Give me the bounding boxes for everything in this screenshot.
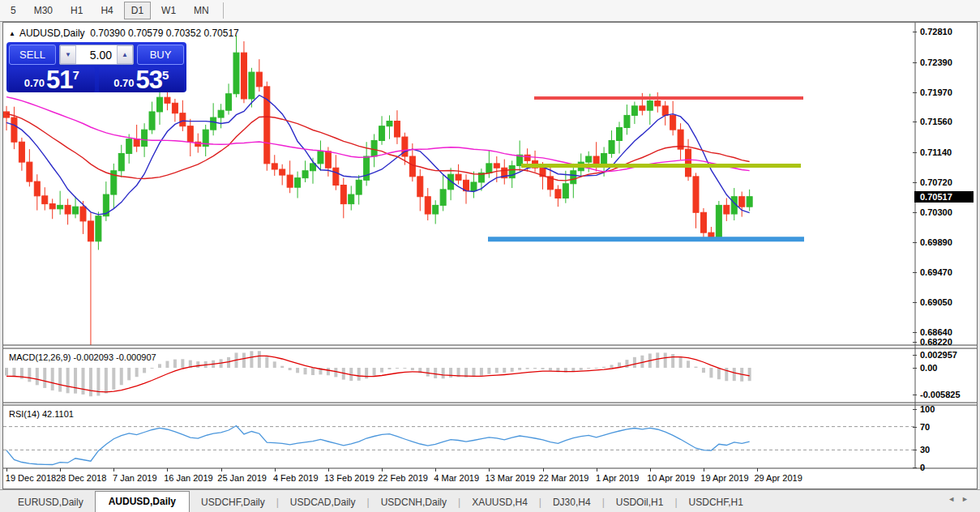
scale-label: 0	[920, 463, 925, 472]
scale-label: 0.68640	[920, 327, 952, 337]
timeframe-button-h4[interactable]: H4	[93, 2, 120, 19]
scale-tick	[913, 32, 917, 32]
buy-price-prefix: 0.70	[113, 75, 134, 92]
time-tick	[704, 468, 704, 471]
macd-label: MACD(12,26,9) -0.002093 -0.000907	[9, 352, 156, 362]
time-label: 22 Feb 2019	[378, 473, 428, 483]
time-tick	[328, 468, 329, 471]
time-tick	[275, 468, 276, 471]
rsi-label: RSI(14) 42.1101	[9, 409, 74, 419]
volume-value[interactable]: 5.00	[76, 45, 117, 64]
sell-price-pip: 7	[72, 70, 79, 81]
time-label: 4 Mar 2019	[434, 473, 479, 483]
time-tick	[543, 468, 544, 471]
scale-tick	[913, 182, 917, 183]
buy-price-big: 53	[135, 69, 161, 92]
timeframe-button-5[interactable]: 5	[3, 2, 24, 19]
timeframe-toolbar: 5M30H1H4D1W1MN	[0, 0, 980, 22]
scale-tick	[913, 450, 917, 450]
scale-label: 0.72390	[920, 58, 952, 67]
scale-label: 0.71140	[920, 147, 952, 157]
tab-usdchf-daily[interactable]: USDCHF,Daily	[190, 493, 276, 512]
chart-plot-area[interactable]: ▲AUDUSD,Daily 0.70390 0.70579 0.70352 0.…	[3, 23, 977, 489]
tab-dj30-h4[interactable]: DJ30,H4	[541, 493, 602, 512]
scale-label: 0.002957	[920, 350, 957, 360]
tab-audusd-daily[interactable]: AUDUSD,Daily	[95, 491, 190, 512]
time-label: 10 Apr 2019	[647, 473, 695, 483]
scale-tick	[913, 122, 917, 122]
chart-symbol-title: ▲AUDUSD,Daily 0.70390 0.70579 0.70352 0.…	[9, 28, 239, 39]
tab-scroll-arrows[interactable]: ◄►	[948, 495, 975, 503]
time-tick	[489, 468, 490, 471]
sell-price-prefix: 0.70	[24, 75, 45, 92]
time-label: 13 Mar 2019	[485, 473, 535, 483]
tab-eurusd-daily[interactable]: EURUSD,Daily	[6, 493, 95, 512]
arrow-right-icon[interactable]: ►	[961, 495, 975, 503]
rsi-value: 42.1101	[42, 409, 74, 419]
tab-usdcnh-daily[interactable]: USDCNH,Daily	[370, 493, 458, 512]
tab-usdcad-daily[interactable]: USDCAD,Daily	[279, 493, 367, 512]
time-label: 1 Apr 2019	[596, 473, 639, 483]
scale-label: 0.70720	[920, 177, 952, 187]
tab-usdoil-h1[interactable]: USDOil,H1	[605, 493, 675, 512]
scale-tick	[913, 272, 917, 273]
triangle-up-icon: ▲	[9, 30, 15, 37]
symbol-label: AUDUSD,Daily	[19, 28, 85, 39]
scale-tick	[913, 409, 917, 410]
scale-tick	[913, 355, 917, 356]
time-label: 4 Feb 2019	[273, 473, 319, 483]
time-tick	[6, 468, 7, 471]
sell-button[interactable]: SELL	[9, 45, 56, 65]
buy-price-pip: 5	[162, 70, 169, 81]
scale-tick	[913, 212, 917, 213]
toolbar-separator	[223, 2, 224, 19]
timeframe-button-m30[interactable]: M30	[27, 2, 60, 19]
time-label: 22 Mar 2019	[539, 473, 589, 483]
scale-tick	[913, 368, 917, 369]
scale-label: 0.71560	[920, 117, 952, 126]
time-tick	[221, 468, 222, 471]
timeframe-button-h1[interactable]: H1	[63, 2, 90, 19]
buy-price-box[interactable]: 0.70535	[99, 67, 185, 92]
time-tick	[757, 468, 758, 471]
scale-tick	[913, 302, 917, 303]
sell-price-box[interactable]: 0.70517	[9, 67, 95, 92]
scale-label: 0.71970	[920, 87, 952, 97]
timeframe-button-d1[interactable]: D1	[124, 2, 151, 19]
time-label: 7 Jan 2019	[113, 473, 156, 483]
scale-tick	[913, 242, 917, 243]
time-tick	[435, 468, 436, 471]
scale-tick	[913, 152, 917, 153]
one-click-trade-panel: SELL ▼ 5.00 ▲ BUY 0.70517 0.70535	[6, 42, 186, 92]
scale-label: -0.005825	[920, 390, 961, 399]
timeframe-button-w1[interactable]: W1	[154, 2, 183, 19]
volume-decrease-button[interactable]: ▼	[60, 45, 76, 64]
chart-tab-bar: EURUSD,DailyAUDUSD,DailyUSDCHF,Daily|USD…	[0, 489, 980, 512]
scale-label: 0.70300	[920, 207, 952, 217]
scale-label: 0.69050	[920, 297, 952, 307]
time-label: 25 Jan 2019	[217, 473, 267, 483]
time-label: 16 Jan 2019	[164, 473, 213, 483]
volume-increase-button[interactable]: ▲	[117, 45, 133, 64]
time-tick	[382, 468, 383, 471]
time-tick	[650, 468, 651, 471]
scale-label: 0.68220	[920, 337, 952, 347]
ohlc-values: 0.70390 0.70579 0.70352 0.70517	[90, 28, 239, 39]
scale-label: 0.00	[920, 363, 937, 373]
tab-usdchf-h1[interactable]: USDCHF,H1	[678, 493, 755, 512]
scale-label: 100	[920, 404, 935, 414]
scale-tick	[913, 62, 917, 63]
buy-button[interactable]: BUY	[137, 45, 184, 65]
macd-name: MACD(12,26,9)	[9, 352, 71, 362]
scale-label: 0.69890	[920, 237, 952, 247]
scale-label: 30	[920, 445, 930, 454]
timeframe-button-mn[interactable]: MN	[186, 2, 216, 19]
volume-spinner: ▼ 5.00 ▲	[59, 45, 134, 65]
arrow-left-icon[interactable]: ◄	[948, 495, 961, 503]
time-tick	[113, 468, 114, 471]
chevron-up-icon: ▲	[122, 51, 128, 58]
scale-tick	[913, 342, 917, 343]
scale-tick	[913, 332, 917, 333]
tab-xauusd-h4[interactable]: XAUUSD,H4	[460, 493, 539, 512]
time-label: 13 Feb 2019	[324, 473, 374, 483]
